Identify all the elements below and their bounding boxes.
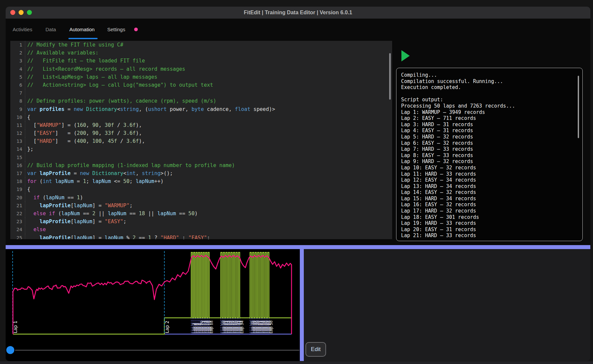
code-line: 7 [10,89,392,97]
console-line: Lap 14: EASY – 32 records [401,189,578,196]
code-line: 14}; [10,145,392,153]
code-line: 21 lapProfile[lapNum] = "WARMUP"; [10,202,392,210]
code-line: 1// Modify the FIT file using C# [10,41,392,49]
console-line: Lap 12: EASY – 34 records [401,177,578,183]
edit-button[interactable]: Edit [305,342,326,357]
tab-data[interactable]: Data [45,27,56,32]
code-line: 23 lapProfile[lapNum] = "EASY"; [10,218,392,226]
run-script-button play-icon[interactable] [401,50,410,61]
console-line: Lap 8: EASY – 33 records [401,152,578,159]
activity-chart-svg: Lap 3Lap 4Lap 5Lap 6Lap 7Lap 8Lap 9Lap 1… [6,249,300,361]
tab-automation[interactable]: Automation [69,27,95,32]
console-line: Execution completed. [401,84,578,91]
lap-marker-label: Lap 1 [13,321,18,333]
code-line: 18for (int lapNum = 1; lapNum <= 50; lap… [10,177,392,185]
console-line: Lap 17: HARD – 32 records [401,208,578,214]
detail-panel [304,249,590,361]
console-line: Script output: [401,97,578,103]
console-line: Lap 7: HARD – 33 records [401,146,578,152]
console-scrollbar[interactable] [578,76,579,138]
code-line: 11 ["WARMUP"] = (160, 90, 30f / 3.6f), [10,121,392,129]
console-line: Lap 18: EASY – 301 records [401,214,578,221]
desktop-strip [0,361,593,364]
console-line: Compilation successful. Running... [401,78,578,85]
console-line: Processing 50 laps and 7263 records... [401,103,578,109]
code-line: 13 ["HARD"] = (400, 100, 45f / 3.6f), [10,137,392,145]
lap-label: Lap 34 [240,320,244,333]
code-line: 10{ [10,113,392,121]
console-line: Lap 2: EASY – 711 records [401,115,578,122]
code-line: 12 ["EASY"] = (200, 90, 33f / 3.6f), [10,129,392,137]
code-line: 19{ [10,185,392,193]
code-line: 20 if (lapNum == 1) [10,194,392,202]
lap-marker-label: Lap 2 [164,321,170,333]
horizontal-divider [6,245,590,249]
script-output-console[interactable]: Compiling...Compilation successful. Runn… [396,68,583,241]
code-line: 2// Available variables: [10,49,392,57]
vertical-divider [300,249,304,361]
console-line: Lap 20: EASY – 31 records [401,227,578,233]
code-editor[interactable]: 1// Modify the FIT file using C#2// Avai… [10,41,392,239]
console-line [401,91,578,97]
code-line: 5// List<LapMesg> laps – all lap message… [10,73,392,81]
console-line: Lap 3: HARD – 31 records [401,122,578,128]
code-line: 24 else [10,226,392,233]
tab-activities[interactable]: Activities [13,27,32,32]
code-line: 17var lapProfile = new Dictionary<int, s… [10,169,392,177]
console-line: Compiling... [401,72,578,78]
console-line: Lap 6: EASY – 32 records [401,140,578,146]
code-line: 22 else if (lapNum == 2 || lapNum == 18 … [10,210,392,218]
console-line: Lap 16: EASY – 32 records [401,202,578,208]
workout-chart[interactable]: Lap 3Lap 4Lap 5Lap 6Lap 7Lap 8Lap 9Lap 1… [6,249,300,361]
console-line: Lap 1: WARMUP – 3949 records [401,109,578,116]
active-tab-underline [68,38,98,39]
code-line: 16// Build lap profile mapping (1-indexe… [10,161,392,169]
console-line: Lap 11: HARD – 33 records [401,171,578,177]
desktop: FitEdit | Training Data Editor | Version… [0,0,593,364]
window-title: FitEdit | Training Data Editor | Version… [6,7,590,19]
editor-scrollbar[interactable] [389,53,391,100]
code-line: 8// Define profiles: power (watts), cade… [10,97,392,105]
code-line: 9var profiles = new Dictionary<string, (… [10,105,392,113]
lap-label: Lap 18 [209,320,214,333]
console-line: Lap 15: HARD – 34 records [401,196,578,202]
code-line: 4// List<RecordMesg> records – all recor… [10,65,392,73]
tab-settings[interactable]: Settings [107,27,125,32]
code-line: 25 lapProfile[lapNum] = lapNum % 2 == 1 … [10,234,392,239]
console-line: Lap 19: HARD – 33 records [401,220,578,227]
code-line: 15 [10,153,392,161]
console-line: Lap 13: HARD – 34 records [401,183,578,190]
console-line: Lap 4: EASY – 31 records [401,128,578,134]
console-line: Lap 9: HARD – 32 records [401,158,578,165]
code-line: 3// FitFile fit – the loaded FIT file [10,57,392,65]
console-line: Lap 21: HARD – 33 records [401,232,578,239]
code-line: 6// Action<string> Log – call Log("messa… [10,81,392,89]
console-line: Lap 10: EASY – 32 records [401,165,578,171]
timeline-slider-track[interactable] [15,350,299,351]
console-line: Lap 5: HARD – 32 records [401,134,578,140]
lap-label: Lap 50 [269,320,274,333]
settings-badge-dot-icon [134,28,138,31]
timeline-slider-thumb[interactable] [6,346,14,354]
